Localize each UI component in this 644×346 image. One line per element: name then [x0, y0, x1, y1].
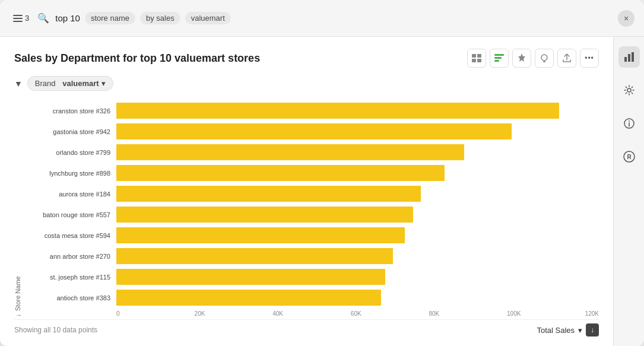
bar-label: lynchburg store #898 [23, 170, 116, 177]
chart-header: Sales by Department for top 10 valuemart… [14, 49, 599, 68]
bars-section: cranston store #326gastonia store #942or… [23, 100, 599, 308]
x-tick: 0 [116, 310, 195, 317]
info-icon [623, 118, 635, 129]
bar-row: lynchburg store #898 [23, 163, 599, 183]
bar-fill [116, 207, 413, 223]
footer-showing-text: Showing all 10 data points [14, 326, 97, 334]
footer-sort[interactable]: Total Sales ▾ ↓ [537, 323, 599, 337]
bar-row: st. joseph store #115 [23, 266, 599, 287]
app-window: 3 🔍 top 10 store name by sales valuemart… [0, 0, 644, 346]
bar-fill [116, 248, 393, 264]
menu-count: 3 [25, 14, 29, 23]
bulb-icon [540, 53, 549, 63]
bar-label: ann arbor store #270 [23, 253, 116, 260]
bar-fill [116, 290, 381, 306]
svg-point-13 [627, 88, 631, 92]
svg-rect-10 [624, 57, 627, 62]
format-icon [494, 54, 504, 62]
bar-track [116, 183, 599, 204]
bar-fill [116, 269, 385, 285]
x-tick: 80K [429, 310, 507, 317]
insight-button[interactable] [535, 49, 554, 68]
x-tick: 20K [195, 310, 273, 317]
x-tick: 40K [272, 310, 351, 317]
search-icon: 🔍 [37, 12, 49, 24]
svg-text:R: R [627, 154, 632, 160]
filter-format-button[interactable] [490, 49, 509, 68]
svg-rect-2 [472, 59, 476, 62]
search-tag-store[interactable]: store name [85, 12, 135, 24]
more-button[interactable]: ••• [580, 49, 599, 68]
chart-title: Sales by Department for top 10 valuemart… [14, 52, 260, 65]
toolbar-icons: ••• [467, 49, 599, 68]
table-icon-button[interactable] [467, 49, 486, 68]
sidebar-info-button[interactable] [618, 113, 640, 134]
svg-rect-6 [494, 60, 499, 62]
svg-rect-0 [472, 54, 476, 58]
svg-rect-3 [477, 59, 481, 62]
sidebar-chart-button[interactable] [618, 46, 640, 68]
search-bar: 3 🔍 top 10 store name by sales valuemart… [0, 0, 644, 37]
bar-fill [116, 103, 559, 119]
filter-value: valuemart [62, 79, 99, 88]
sidebar-settings-button[interactable] [618, 80, 640, 101]
bar-label: antioch store #383 [23, 294, 116, 301]
bar-label: orlando store #799 [23, 149, 116, 156]
x-tick: 60K [351, 310, 429, 317]
bar-fill [116, 144, 464, 160]
bar-track [116, 142, 599, 163]
svg-point-7 [541, 55, 547, 61]
svg-rect-4 [494, 54, 504, 56]
bar-fill [116, 227, 405, 243]
share-icon [563, 53, 571, 63]
filter-funnel-icon: ▼ [14, 79, 23, 88]
bar-row: ann arbor store #270 [23, 246, 599, 266]
bar-fill [116, 123, 512, 139]
pin-button[interactable] [512, 49, 531, 68]
table-icon [472, 54, 481, 62]
bar-fill [116, 186, 421, 202]
chart-inner: cranston store #326gastonia store #942or… [23, 100, 599, 317]
sidebar-ai-button[interactable]: R [618, 146, 640, 167]
x-axis: 020K40K60K80K100K120K [23, 310, 599, 317]
sort-dropdown-arrow: ▾ [578, 326, 582, 335]
bar-track [116, 246, 599, 266]
svg-rect-1 [477, 54, 481, 58]
bar-track [116, 225, 599, 246]
ai-icon: R [623, 150, 636, 163]
bar-label: costa mesa store #594 [23, 232, 116, 239]
search-query-text: top 10 [55, 13, 80, 23]
filter-label: Brand [35, 79, 56, 88]
bar-label: st. joseph store #115 [23, 274, 116, 281]
bar-chart-icon [623, 51, 635, 63]
filter-dropdown-arrow: ▾ [101, 79, 106, 88]
bar-track [116, 163, 599, 183]
filter-brand-tag[interactable]: Brand valuemart ▾ [27, 76, 113, 91]
menu-button[interactable]: 3 [9, 11, 33, 25]
bar-track [116, 287, 599, 308]
svg-rect-11 [628, 54, 630, 62]
bar-row: cranston store #326 [23, 100, 599, 121]
chart-container: ↓ Store Name cranston store #326gastonia… [14, 100, 599, 317]
bar-fill [116, 165, 445, 181]
search-tag-brand[interactable]: valuemart [185, 12, 231, 24]
right-sidebar: R [613, 37, 644, 346]
main-content: Sales by Department for top 10 valuemart… [0, 37, 644, 346]
bar-row: antioch store #383 [23, 287, 599, 308]
bar-track [116, 266, 599, 287]
bar-row: aurora store #184 [23, 183, 599, 204]
y-axis-text: Store Name [14, 277, 21, 312]
close-button[interactable]: × [618, 10, 635, 27]
y-axis-arrow: ↓ [14, 314, 21, 318]
y-axis-label: ↓ Store Name [14, 100, 21, 317]
bar-label: cranston store #326 [23, 107, 116, 115]
bar-row: gastonia store #942 [23, 121, 599, 142]
share-button[interactable] [557, 49, 576, 68]
search-tag-sales[interactable]: by sales [140, 12, 180, 24]
bar-track [116, 204, 599, 225]
filter-row: ▼ Brand valuemart ▾ [14, 76, 599, 91]
sort-direction-button[interactable]: ↓ [586, 323, 599, 337]
svg-rect-8 [543, 61, 545, 62]
svg-point-16 [629, 120, 630, 122]
gear-icon [623, 84, 635, 96]
